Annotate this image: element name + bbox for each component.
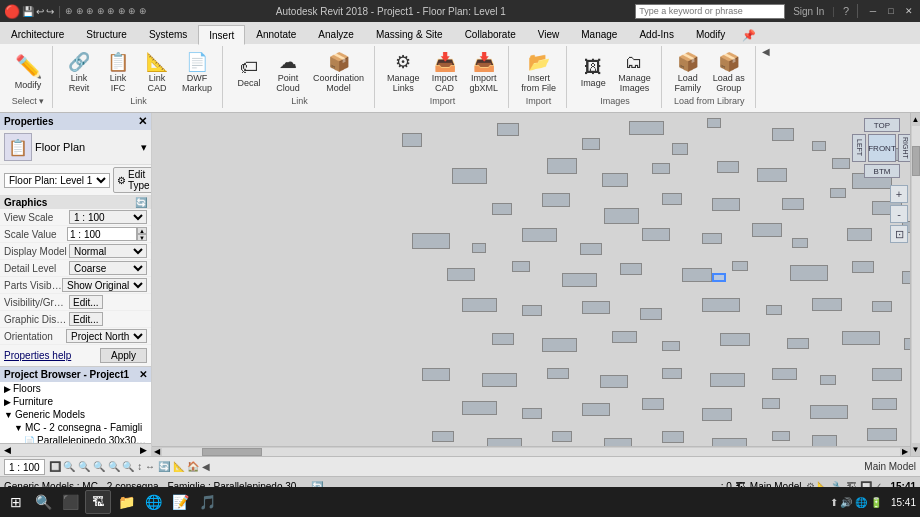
floor-rect-45[interactable] [562, 273, 597, 287]
graphics-section-header[interactable]: Graphics 🔄 [0, 196, 151, 209]
scroll-down-arrow[interactable]: ▼ [910, 443, 920, 456]
floor-rect-50[interactable] [790, 265, 828, 281]
scroll-thumb-horizontal[interactable] [202, 448, 262, 456]
floor-rect-10[interactable] [832, 158, 850, 169]
scale-down-arrow[interactable]: ▼ [137, 234, 147, 241]
viewcube-front[interactable]: FRONT [868, 134, 896, 162]
floor-rect-23[interactable] [604, 208, 639, 224]
floor-rect-51[interactable] [852, 261, 874, 273]
floor-rect-86[interactable] [462, 401, 497, 415]
floor-rect-60[interactable] [766, 305, 782, 315]
browser-scroll-left[interactable]: ◀ [0, 444, 15, 456]
scroll-track-vertical[interactable] [912, 126, 920, 443]
scroll-up-arrow[interactable]: ▲ [910, 113, 920, 126]
import-cad-button[interactable]: 📥 ImportCAD [427, 49, 463, 97]
browser-item-mc2[interactable]: ▼MC - 2 consegna - Famigli [0, 421, 151, 434]
scroll-right-arrow[interactable]: ▶ [900, 447, 910, 456]
link-revit-button[interactable]: 🔗 LinkRevit [61, 49, 97, 97]
viewcube-bottom[interactable]: BTM [864, 164, 900, 178]
floor-rect-33[interactable] [522, 228, 557, 242]
floor-rect-37[interactable] [752, 223, 782, 237]
viewcube[interactable]: TOP LEFT FRONT RIGHT BTM [852, 118, 912, 178]
browser-scroll-right[interactable]: ▶ [136, 444, 151, 456]
zoom-in-button[interactable]: + [890, 185, 908, 203]
parts-visibility-select[interactable]: Show Original [62, 278, 147, 292]
insert-from-file-button[interactable]: 📂 Insertfrom File [517, 49, 560, 97]
browser-content[interactable]: ▶Floors ▶Furniture ▼Generic Models ▼MC -… [0, 382, 151, 443]
dwf-markup-button[interactable]: 📄 DWFMarkup [178, 49, 216, 97]
floor-rect-83[interactable] [872, 368, 902, 381]
floor-rect-87[interactable] [522, 408, 542, 419]
floor-rect-15[interactable] [652, 163, 670, 174]
help-icon[interactable]: ? [843, 5, 849, 17]
floor-rect-38[interactable] [792, 238, 808, 248]
floor-rect-5[interactable] [672, 143, 688, 155]
scale-up-arrow[interactable]: ▲ [137, 227, 147, 234]
floor-rect-89[interactable] [642, 398, 664, 410]
task-view[interactable]: ⬛ [58, 490, 82, 514]
floor-rect-102[interactable] [772, 431, 790, 441]
floor-rect-80[interactable] [710, 373, 745, 387]
quick-undo[interactable]: ↩ [36, 6, 44, 17]
start-button[interactable]: ⊞ [4, 490, 28, 514]
floor-rect-91[interactable] [762, 398, 780, 409]
visibility-edit-button[interactable]: Edit... [69, 295, 103, 309]
floor-rect-26[interactable] [782, 198, 804, 210]
floor-rect-27[interactable] [830, 188, 846, 198]
sign-in-link[interactable]: Sign In [793, 6, 824, 17]
floor-rect-59[interactable] [702, 298, 740, 312]
floor-rect-79[interactable] [662, 368, 682, 379]
load-as-group-button[interactable]: 📦 Load asGroup [709, 49, 749, 97]
decal-button[interactable]: 🏷 Decal [231, 49, 267, 97]
floor-rect-34[interactable] [580, 243, 602, 255]
floor-rect-16[interactable] [717, 161, 739, 173]
floor-rect-22[interactable] [542, 193, 570, 207]
zoom-fit-button[interactable]: ⊡ [890, 225, 908, 243]
floor-rect-75[interactable] [422, 368, 450, 381]
tab-insert[interactable]: Insert [198, 25, 245, 45]
edit-type-button[interactable]: ⚙ Edit Type [113, 167, 152, 193]
modify-button[interactable]: ✏️ Modify [10, 49, 46, 97]
properties-help-link[interactable]: Properties help [4, 350, 71, 361]
floor-rect-55[interactable] [462, 298, 497, 312]
tab-massing[interactable]: Massing & Site [365, 24, 454, 44]
tab-manage[interactable]: Manage [570, 24, 628, 44]
browser-item-para1[interactable]: 📄Parallelepipedo 30x30x30... [0, 434, 151, 443]
floor-rect-92[interactable] [810, 405, 848, 419]
ribbon-pin[interactable]: 📌 [736, 27, 762, 44]
floor-rect-4[interactable] [629, 121, 664, 135]
floor-rect-104[interactable] [867, 428, 897, 441]
floor-rect-96[interactable] [432, 431, 454, 442]
floor-rect-46[interactable] [620, 263, 642, 275]
floor-rect-82[interactable] [820, 375, 836, 385]
floor-rect-47[interactable] [682, 268, 712, 282]
floor-rect-13[interactable] [452, 168, 487, 184]
restore-button[interactable]: □ [884, 4, 898, 18]
tab-architecture[interactable]: Architecture [0, 24, 75, 44]
floor-rect-0[interactable] [402, 133, 422, 147]
floor-rect-81[interactable] [772, 368, 797, 380]
tab-structure[interactable]: Structure [75, 24, 138, 44]
tab-addins[interactable]: Add-Ins [628, 24, 684, 44]
view-scale-select[interactable]: 1 : 100 [69, 210, 147, 224]
taskbar-app-revit[interactable]: 🏗 [85, 490, 111, 514]
floor-rect-2[interactable] [582, 138, 600, 150]
floor-rect-36[interactable] [702, 233, 722, 244]
quick-save[interactable]: 💾 [22, 6, 34, 17]
scroll-left-arrow[interactable]: ◀ [152, 447, 162, 456]
canvas-viewport[interactable] [152, 113, 920, 456]
taskbar-spotify[interactable]: 🎵 [195, 490, 219, 514]
floor-rect-57[interactable] [582, 301, 610, 314]
floor-rect-17[interactable] [757, 168, 787, 182]
image-button[interactable]: 🖼 Image [575, 49, 611, 97]
load-family-button[interactable]: 📦 LoadFamily [670, 49, 706, 97]
floor-rect-32[interactable] [472, 243, 486, 253]
floor-rect-71[interactable] [842, 331, 880, 345]
scale-value-input[interactable] [67, 227, 137, 241]
manage-links-button[interactable]: ⚙ ManageLinks [383, 49, 424, 97]
bottom-scrollbar[interactable]: ◀ ▶ [152, 446, 910, 456]
tab-collaborate[interactable]: Collaborate [454, 24, 527, 44]
floor-rect-44[interactable] [512, 261, 530, 272]
scroll-thumb-vertical[interactable] [912, 146, 920, 176]
floor-rect-100[interactable] [662, 431, 684, 443]
